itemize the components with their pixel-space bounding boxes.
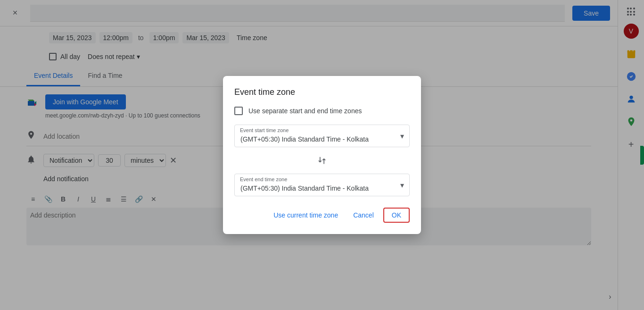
ok-button[interactable]: OK [383, 208, 410, 223]
end-timezone-wrap: Event end time zone (GMT+05:30) India St… [234, 174, 410, 196]
event-timezone-modal: Event time zone Use separate start and e… [223, 76, 421, 234]
separate-timezone-checkbox[interactable] [234, 107, 243, 115]
separate-timezone-row: Use separate start and end time zones [234, 107, 410, 115]
modal-actions: Use current time zone Cancel OK [234, 208, 410, 223]
separate-timezone-label: Use separate start and end time zones [248, 107, 362, 115]
use-current-timezone-button[interactable]: Use current time zone [268, 208, 344, 223]
modal-overlay: Event time zone Use separate start and e… [0, 0, 644, 310]
start-timezone-wrap: Event start time zone (GMT+05:30) India … [234, 125, 410, 147]
start-tz-label: Event start time zone [240, 127, 289, 133]
end-tz-label: Event end time zone [240, 176, 287, 182]
swap-timezones-button[interactable] [314, 153, 330, 168]
modal-title: Event time zone [234, 87, 410, 97]
cancel-button[interactable]: Cancel [347, 208, 380, 223]
